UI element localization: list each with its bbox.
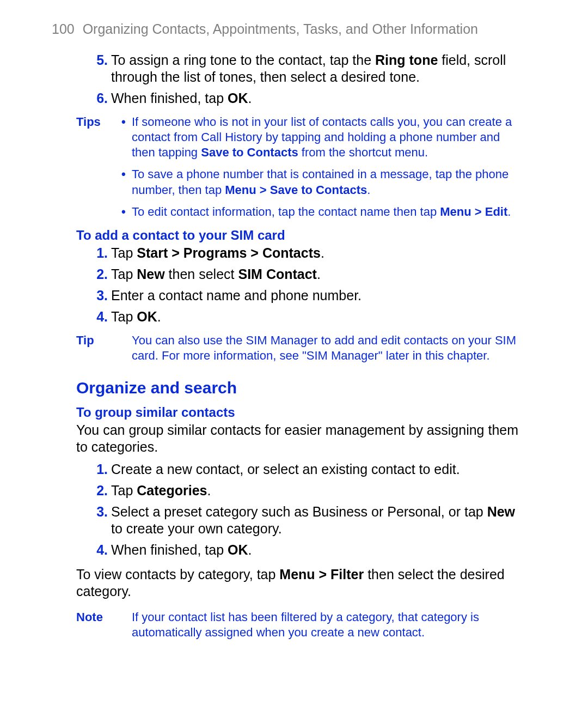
text-fragment: To view contacts by category, tap	[76, 567, 279, 582]
step-text: Select a preset category such as Busines…	[111, 504, 515, 536]
group-step-2: 2. Tap Categories.	[76, 482, 525, 499]
bullet-icon: •	[121, 167, 126, 182]
tip-item: • If someone who is not in your list of …	[132, 114, 525, 160]
text-fragment: .	[367, 183, 370, 197]
step-number: 1.	[89, 245, 108, 262]
text-fragment: To assign a ring tone to the contact, ta…	[111, 52, 375, 68]
text-fragment: To edit contact information, tap the con…	[132, 205, 440, 218]
sim-heading: To add a contact to your SIM card	[76, 227, 525, 244]
bullet-icon: •	[121, 204, 126, 220]
tip-text: You can also use the SIM Manager to add …	[132, 333, 516, 362]
step-5: 5. To assign a ring tone to the contact,…	[76, 52, 525, 86]
tip-label: Tip	[76, 333, 94, 348]
text-fragment: Tap	[111, 309, 137, 324]
top-steps-list: 5. To assign a ring tone to the contact,…	[76, 52, 525, 107]
text-fragment: from the shortcut menu.	[298, 145, 428, 159]
chapter-title: Organizing Contacts, Appointments, Tasks…	[83, 21, 478, 37]
note-text: If your contact list has been filtered b…	[132, 610, 479, 639]
tip-item: • To save a phone number that is contain…	[132, 167, 525, 197]
page-header: 100 Organizing Contacts, Appointments, T…	[0, 21, 588, 38]
step-number: 6.	[89, 90, 108, 107]
bold-new: New	[487, 504, 515, 519]
bold-menu-filter: Menu > Filter	[279, 567, 364, 582]
text-fragment: When finished, tap	[111, 90, 228, 106]
step-6: 6. When finished, tap OK.	[76, 90, 525, 107]
step-text: Create a new contact, or select an exist…	[111, 461, 460, 477]
text-fragment: .	[321, 245, 324, 260]
page-number: 100	[52, 21, 75, 38]
bold-sim-contact: SIM Contact	[238, 266, 316, 282]
text-fragment: When finished, tap	[111, 542, 228, 557]
step-number: 1.	[89, 461, 108, 478]
bullet-icon: •	[121, 114, 126, 130]
bold-ok: OK	[228, 90, 248, 106]
step-text: Enter a contact name and phone number.	[111, 288, 362, 303]
text-fragment: .	[317, 266, 321, 282]
step-text: When finished, tap OK.	[111, 542, 252, 557]
text-fragment: to create your own category.	[111, 521, 282, 536]
bold-ok: OK	[137, 309, 157, 324]
note-block: Note If your contact list has been filte…	[76, 610, 525, 640]
step-number: 2.	[89, 266, 108, 283]
text-fragment: Tap	[111, 266, 137, 282]
step-text: Tap New then select SIM Contact.	[111, 266, 321, 282]
text-fragment: Tap	[111, 483, 137, 498]
tips-list: • If someone who is not in your list of …	[132, 114, 525, 220]
filter-paragraph: To view contacts by category, tap Menu >…	[76, 566, 525, 600]
tip-block-sim-manager: Tip You can also use the SIM Manager to …	[76, 333, 525, 363]
step-number: 4.	[89, 308, 108, 325]
sim-step-1: 1. Tap Start > Programs > Contacts.	[76, 245, 525, 262]
group-heading: To group similar contacts	[76, 404, 525, 421]
step-text: Tap OK.	[111, 309, 161, 324]
step-text: When finished, tap OK.	[111, 90, 252, 106]
group-step-1: 1. Create a new contact, or select an ex…	[76, 461, 525, 478]
bold-new: New	[137, 266, 164, 282]
step-number: 2.	[89, 482, 108, 499]
page-content: 5. To assign a ring tone to the contact,…	[0, 52, 588, 640]
text-fragment: Tap	[111, 245, 137, 260]
step-text: To assign a ring tone to the contact, ta…	[111, 52, 506, 84]
bold-ringtone: Ring tone	[375, 52, 438, 68]
text-fragment: .	[507, 205, 511, 218]
text-fragment: .	[248, 90, 252, 106]
text-fragment: .	[207, 483, 211, 498]
text-fragment: .	[248, 542, 252, 557]
group-step-3: 3. Select a preset category such as Busi…	[76, 503, 525, 537]
bold-categories: Categories	[137, 483, 207, 498]
note-label: Note	[76, 610, 103, 625]
text-fragment: .	[157, 309, 161, 324]
text-fragment: Select a preset category such as Busines…	[111, 504, 487, 519]
sim-step-3: 3. Enter a contact name and phone number…	[76, 287, 525, 304]
sim-steps-list: 1. Tap Start > Programs > Contacts. 2. T…	[76, 245, 525, 325]
bold-menu-save: Menu > Save to Contacts	[225, 183, 367, 197]
bold-save-to-contacts: Save to Contacts	[201, 145, 298, 159]
group-intro: You can group similar contacts for easie…	[76, 422, 525, 455]
group-steps-list: 1. Create a new contact, or select an ex…	[76, 461, 525, 558]
step-number: 4.	[89, 542, 108, 558]
tips-label: Tips	[76, 114, 101, 130]
step-text: Tap Start > Programs > Contacts.	[111, 245, 324, 260]
bold-ok: OK	[228, 542, 248, 557]
step-text: Tap Categories.	[111, 483, 211, 498]
bold-start-path: Start > Programs > Contacts	[137, 245, 321, 260]
tips-block: Tips • If someone who is not in your lis…	[76, 114, 525, 220]
bold-menu-edit: Menu > Edit	[440, 205, 507, 218]
sim-step-4: 4. Tap OK.	[76, 308, 525, 325]
text-fragment: then select	[165, 266, 238, 282]
step-number: 3.	[89, 287, 108, 304]
section-organize-search: Organize and search	[76, 378, 525, 398]
tip-item: • To edit contact information, tap the c…	[132, 204, 525, 220]
group-step-4: 4. When finished, tap OK.	[76, 542, 525, 558]
sim-step-2: 2. Tap New then select SIM Contact.	[76, 266, 525, 283]
step-number: 5.	[89, 52, 108, 69]
step-number: 3.	[89, 503, 108, 520]
